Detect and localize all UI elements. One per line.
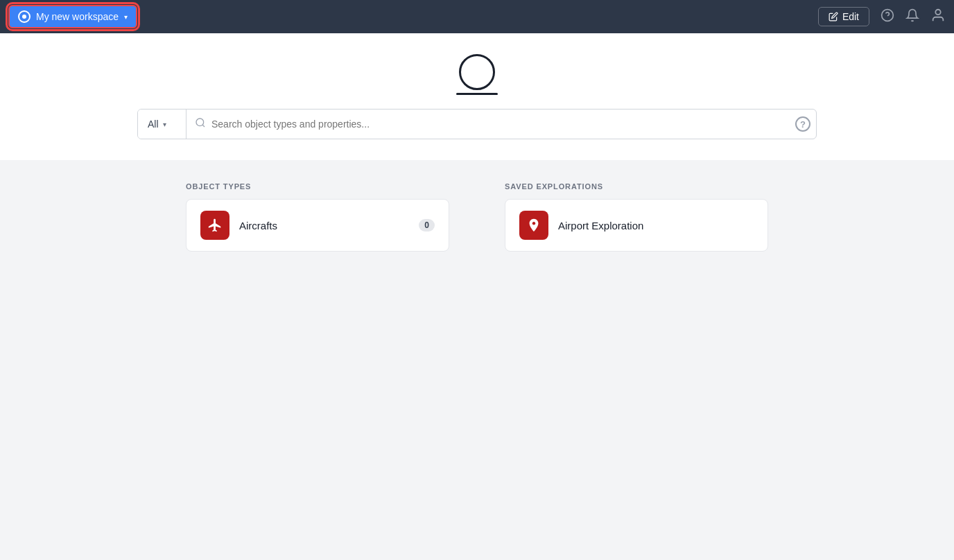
logo	[456, 54, 498, 95]
aircrafts-icon-bg	[200, 211, 229, 240]
nav-right: Edit	[818, 7, 946, 26]
pencil-icon	[829, 12, 838, 21]
logo-line	[456, 93, 498, 95]
search-bar: All ▾ ?	[137, 109, 817, 139]
bell-icon[interactable]	[905, 8, 919, 26]
chevron-down-icon: ▾	[124, 13, 128, 21]
svg-point-2	[935, 9, 940, 14]
list-item[interactable]: Airport Exploration	[505, 199, 768, 252]
chevron-down-icon: ▾	[163, 121, 166, 128]
edit-label: Edit	[842, 11, 859, 22]
plane-icon	[207, 218, 223, 233]
search-icon	[195, 117, 206, 131]
saved-explorations-title: SAVED EXPLORATIONS	[505, 182, 768, 191]
airport-exploration-label: Airport Exploration	[558, 220, 754, 231]
list-item[interactable]: Aircrafts 0	[186, 199, 449, 252]
object-types-section: OBJECT TYPES Aircrafts 0	[186, 182, 449, 252]
workspace-icon	[18, 10, 31, 23]
aircrafts-count: 0	[419, 219, 435, 231]
search-help-icon[interactable]: ?	[795, 116, 810, 132]
svg-line-4	[202, 125, 205, 127]
svg-point-3	[196, 119, 204, 126]
search-input-wrapper	[187, 117, 795, 131]
topnav: My new workspace ▾ Edit	[0, 0, 954, 33]
search-input[interactable]	[211, 119, 787, 130]
pin-icon	[526, 218, 541, 233]
user-icon[interactable]	[930, 8, 946, 26]
help-icon[interactable]	[881, 8, 894, 26]
workspace-label: My new workspace	[36, 11, 119, 22]
filter-label: All	[148, 119, 159, 130]
saved-explorations-section: SAVED EXPLORATIONS Airport Exploration	[505, 182, 768, 252]
main-content: OBJECT TYPES Aircrafts 0 SAVED EXPLORATI…	[0, 160, 954, 274]
edit-button[interactable]: Edit	[818, 7, 869, 26]
filter-dropdown[interactable]: All ▾	[138, 110, 187, 139]
exploration-icon-bg	[519, 211, 548, 240]
logo-circle	[459, 54, 495, 90]
aircrafts-label: Aircrafts	[239, 220, 409, 231]
search-area: All ▾ ?	[0, 33, 954, 160]
object-types-title: OBJECT TYPES	[186, 182, 449, 191]
workspace-button[interactable]: My new workspace ▾	[8, 5, 137, 28]
